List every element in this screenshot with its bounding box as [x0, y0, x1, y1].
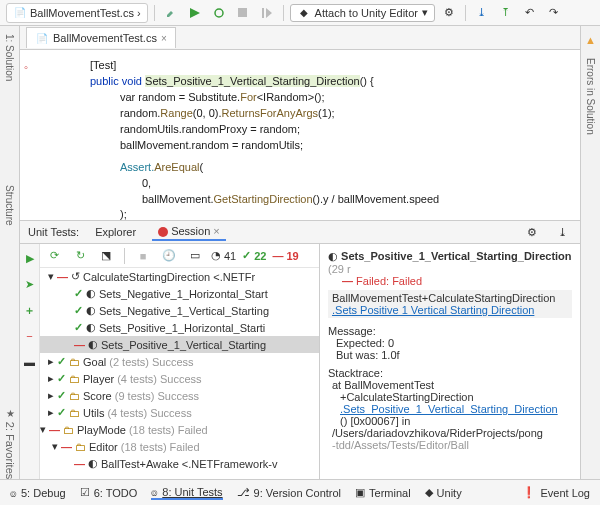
chevron-right-icon: ›	[137, 7, 141, 19]
run-config-label: Attach to Unity Editor	[315, 7, 418, 19]
unity-icon: ◆	[297, 6, 311, 20]
rerun-icon[interactable]: ⟳	[44, 246, 64, 266]
gear-icon[interactable]: ⚙	[522, 222, 542, 242]
remove-icon[interactable]: −	[20, 326, 40, 346]
debug-run-icon[interactable]: ➤	[20, 274, 40, 294]
separator	[154, 5, 155, 21]
unit-tests-toolwindow-button[interactable]: ⌾ 8: Unit Tests	[151, 486, 222, 500]
chevron-down-icon: ▾	[422, 6, 428, 19]
csharp-file-icon: 📄	[35, 31, 49, 45]
tree-node[interactable]: ▾ ― ↺ CalculateStartingDirection <.NETFr	[40, 268, 319, 285]
tree-node[interactable]: ▸ ✓ 🗀 Player (4 tests) Success	[40, 370, 319, 387]
unity-toolwindow-button[interactable]: ◆ Unity	[425, 486, 462, 499]
total-count: ◔ 41	[211, 249, 236, 262]
unit-tests-header: Unit Tests: Explorer Session × ⚙ ⤓	[20, 220, 580, 244]
status-bar: ⌾ 5: Debug ☑ 6: TODO ⌾ 8: Unit Tests ⎇ 9…	[0, 479, 600, 505]
tree-node-selected[interactable]: ― ◐ Sets_Positive_1_Vertical_Starting	[40, 336, 319, 353]
coverage-icon[interactable]: ⬔	[96, 246, 116, 266]
main-area: 📄 BallMovementTest.cs × ◦ [Test] public …	[20, 26, 580, 479]
todo-toolwindow-button[interactable]: ☑ 6: TODO	[80, 486, 138, 499]
redo-icon[interactable]: ↷	[544, 3, 564, 23]
top-toolbar: 📄 BallMovementTest.cs › ◆ Attach to Unit…	[0, 0, 600, 26]
method-name: Sets_Positive_1_Vertical_Starting_Direct…	[145, 75, 360, 87]
right-tool-gutter: ▲ Errors in Solution	[580, 26, 600, 479]
stacktrace-link[interactable]: .Sets_Positive_1_Vertical_Starting_Direc…	[328, 403, 572, 415]
errors-toolwindow-tab[interactable]: Errors in Solution	[585, 58, 596, 135]
warning-icon[interactable]: ▲	[585, 34, 596, 46]
pass-count: ✓ 22	[242, 249, 266, 262]
fail-dot-icon	[158, 227, 168, 237]
tree-node[interactable]: ✓ ◐ Sets_Negative_1_Vertical_Starting	[40, 302, 319, 319]
add-icon[interactable]: ＋	[20, 300, 40, 320]
stacktrace-header: Stacktrace:	[328, 367, 572, 379]
gutter-error-icon[interactable]: ◦	[24, 60, 28, 76]
separator	[465, 5, 466, 21]
terminal-toolwindow-button[interactable]: ▣ Terminal	[355, 486, 411, 499]
event-log-button[interactable]: ❗ Event Log	[522, 486, 590, 499]
solution-toolwindow-tab[interactable]: 1: Solution	[4, 34, 15, 81]
test-tree[interactable]: ▾ ― ↺ CalculateStartingDirection <.NETFr…	[40, 268, 319, 479]
detail-context: BallMovementTest+CalculateStartingDirect…	[328, 290, 572, 318]
tree-node[interactable]: ▸ ✓ 🗀 Utils (4 tests) Success	[40, 404, 319, 421]
detail-link[interactable]: .Sets Positive 1 Vertical Starting Direc…	[332, 304, 568, 316]
editor-tab-label: BallMovementTest.cs	[53, 32, 157, 44]
detail-title: ◐ Sets_Positive_1_Vertical_Starting_Dire…	[328, 250, 572, 275]
session-tab[interactable]: Session ×	[152, 223, 226, 241]
undo-icon[interactable]: ↶	[520, 3, 540, 23]
test-tree-panel: ⟳ ↻ ⬔ ■ 🕘 ▭ ◔ 41 ✓ 22 ― 19 ▾ ― ↺ Calcula…	[40, 244, 320, 479]
code-editor[interactable]: ◦ [Test] public void Sets_Positive_1_Ver…	[20, 50, 580, 220]
unit-tests-action-strip: ▶ ➤ ＋ − ▬	[20, 244, 40, 479]
history-icon[interactable]: 🕘	[159, 246, 179, 266]
breadcrumb-label: BallMovementTest.cs	[30, 7, 134, 19]
close-icon[interactable]: ×	[213, 225, 219, 237]
vcs-commit-icon[interactable]: ⤒	[496, 3, 516, 23]
left-tool-gutter: 1: Solution Structure ★ 2: Favorites	[0, 26, 20, 479]
breadcrumb-file[interactable]: 📄 BallMovementTest.cs ›	[6, 3, 148, 23]
test-detail-panel: ◐ Sets_Positive_1_Vertical_Starting_Dire…	[320, 244, 580, 479]
stop-icon[interactable]: ■	[133, 246, 153, 266]
detail-status: Failed: Failed	[356, 275, 422, 287]
debug-icon[interactable]	[209, 3, 229, 23]
tree-node[interactable]: ▸ ✓ 🗀 Score (9 tests) Success	[40, 387, 319, 404]
layout-icon[interactable]: ▭	[185, 246, 205, 266]
separator	[283, 5, 284, 21]
explorer-tab[interactable]: Explorer	[89, 224, 142, 240]
tree-toolbar: ⟳ ↻ ⬔ ■ 🕘 ▭ ◔ 41 ✓ 22 ― 19	[40, 244, 319, 268]
fail-count: ― 19	[273, 250, 299, 262]
unit-tests-title: Unit Tests:	[28, 226, 79, 238]
structure-toolwindow-tab[interactable]: Structure	[4, 185, 15, 226]
editor-tabbar: 📄 BallMovementTest.cs ×	[20, 26, 580, 50]
tree-node[interactable]: ✓ ◐ Sets_Positive_1_Horizontal_Starti	[40, 319, 319, 336]
editor-tab[interactable]: 📄 BallMovementTest.cs ×	[26, 27, 176, 48]
tree-node[interactable]: ✓ ◐ Sets_Negative_1_Horizontal_Start	[40, 285, 319, 302]
csharp-file-icon: 📄	[13, 6, 27, 20]
run-icon[interactable]: ▶	[20, 248, 40, 268]
message-header: Message:	[328, 325, 572, 337]
svg-rect-1	[238, 8, 247, 17]
filter-icon[interactable]: ▬	[20, 352, 40, 372]
settings-icon[interactable]: ⚙	[439, 3, 459, 23]
rerun-failed-icon[interactable]: ↻	[70, 246, 90, 266]
favorites-toolwindow-tab[interactable]: ★ 2: Favorites	[4, 408, 16, 479]
vcs-toolwindow-button[interactable]: ⎇ 9: Version Control	[237, 486, 341, 499]
close-icon[interactable]: ×	[161, 33, 167, 44]
vcs-update-icon[interactable]: ⤓	[472, 3, 492, 23]
step-icon[interactable]	[257, 3, 277, 23]
hammer-build-icon[interactable]	[161, 3, 181, 23]
tree-node[interactable]: ▾ ― 🗀 PlayMode (18 tests) Failed	[40, 421, 319, 438]
debug-toolwindow-button[interactable]: ⌾ 5: Debug	[10, 487, 66, 499]
tree-node[interactable]: ― ◐ BallTest+Awake <.NETFramework-v	[40, 455, 319, 472]
tree-node[interactable]: ▸ ✓ 🗀 Goal (2 tests) Success	[40, 353, 319, 370]
run-config-dropdown[interactable]: ◆ Attach to Unity Editor ▾	[290, 4, 435, 22]
export-icon[interactable]: ⤓	[552, 222, 572, 242]
unit-tests-body: ▶ ➤ ＋ − ▬ ⟳ ↻ ⬔ ■ 🕘 ▭ ◔ 41 ✓ 22 ― 19	[20, 244, 580, 479]
play-icon[interactable]	[185, 3, 205, 23]
stop-icon[interactable]	[233, 3, 253, 23]
tree-node[interactable]: ▾ ― 🗀 Editor (18 tests) Failed	[40, 438, 319, 455]
svg-point-0	[215, 9, 223, 17]
